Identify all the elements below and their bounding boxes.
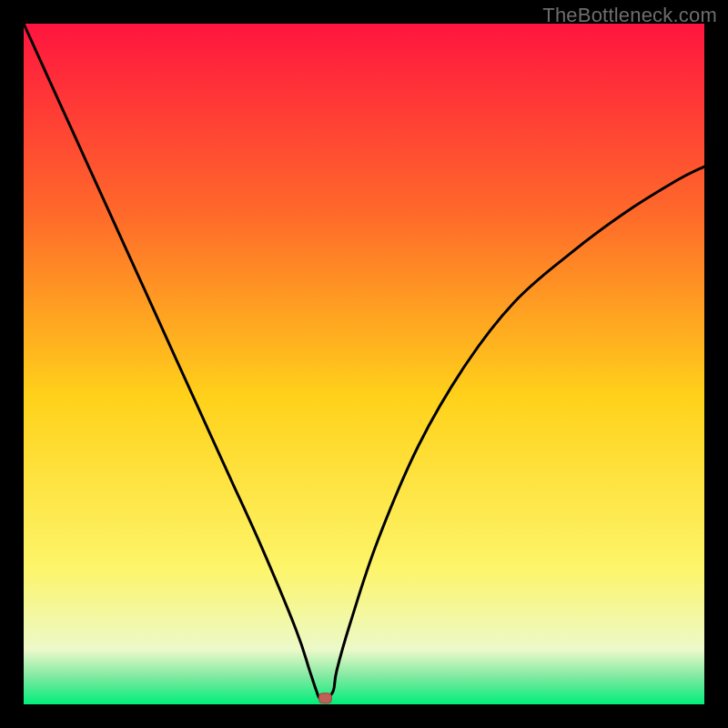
chart-frame: TheBottleneck.com [0, 0, 728, 728]
optimum-marker [318, 693, 331, 703]
bottleneck-chart [24, 24, 704, 704]
plot-area [24, 24, 704, 704]
gradient-background [24, 24, 704, 704]
